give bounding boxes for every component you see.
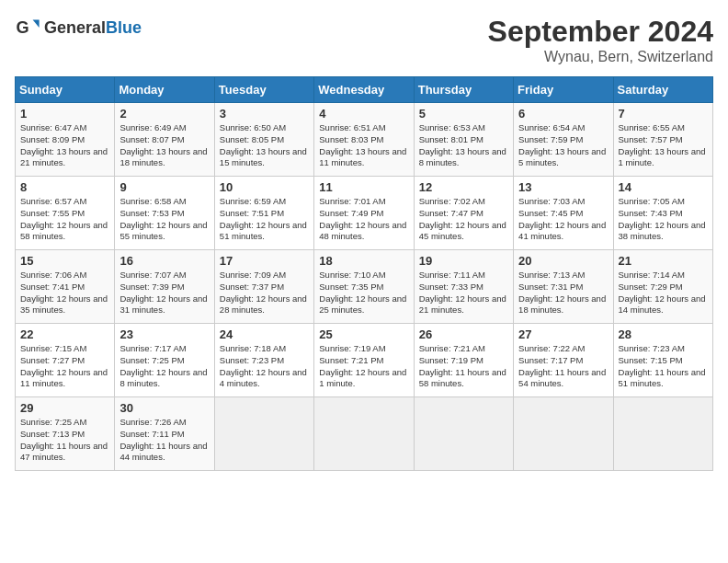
sunrise-text: Sunrise: 7:10 AM — [319, 270, 385, 280]
day-number: 28 — [619, 327, 708, 341]
daylight-text: Daylight: 11 hours and 44 minutes. — [119, 441, 207, 463]
sunset-text: Sunset: 7:25 PM — [119, 355, 184, 365]
day-number: 3 — [220, 107, 309, 121]
day-number: 19 — [419, 254, 508, 268]
sunrise-text: Sunrise: 7:19 AM — [319, 343, 385, 353]
day-info: Sunrise: 7:05 AM Sunset: 7:43 PM Dayligh… — [619, 196, 708, 243]
sunrise-text: Sunrise: 6:57 AM — [20, 196, 86, 206]
daylight-text: Daylight: 12 hours and 28 minutes. — [220, 293, 307, 316]
day-info: Sunrise: 6:58 AM Sunset: 7:53 PM Dayligh… — [119, 196, 209, 243]
daylight-text: Daylight: 12 hours and 58 minutes. — [20, 220, 108, 242]
sunset-text: Sunset: 7:45 PM — [518, 208, 583, 218]
sunset-text: Sunset: 7:37 PM — [220, 282, 284, 292]
daylight-text: Daylight: 12 hours and 48 minutes. — [319, 220, 406, 242]
daylight-text: Daylight: 11 hours and 47 minutes. — [20, 441, 108, 463]
daylight-text: Daylight: 12 hours and 51 minutes. — [220, 220, 307, 242]
logo-general-text: General — [44, 18, 106, 37]
day-number: 14 — [619, 180, 708, 194]
logo-blue-text: Blue — [106, 18, 142, 37]
calendar-cell: 17 Sunrise: 7:09 AM Sunset: 7:37 PM Dayl… — [214, 250, 313, 324]
day-number: 9 — [119, 180, 209, 194]
calendar-cell: 11 Sunrise: 7:01 AM Sunset: 7:49 PM Dayl… — [314, 177, 414, 250]
day-number: 20 — [518, 254, 608, 268]
daylight-text: Daylight: 13 hours and 5 minutes. — [518, 146, 606, 168]
calendar-cell: 6 Sunrise: 6:54 AM Sunset: 7:59 PM Dayli… — [514, 103, 613, 177]
calendar-cell — [514, 397, 613, 471]
sunrise-text: Sunrise: 7:11 AM — [419, 270, 485, 280]
col-header-sunday: Sunday — [16, 77, 115, 103]
day-info: Sunrise: 7:23 AM Sunset: 7:15 PM Dayligh… — [619, 343, 708, 390]
calendar-cell: 21 Sunrise: 7:14 AM Sunset: 7:29 PM Dayl… — [613, 250, 712, 324]
day-info: Sunrise: 6:49 AM Sunset: 8:07 PM Dayligh… — [119, 122, 209, 169]
sunrise-text: Sunrise: 6:50 AM — [220, 122, 286, 132]
day-number: 7 — [619, 107, 708, 121]
calendar-cell: 12 Sunrise: 7:02 AM Sunset: 7:47 PM Dayl… — [414, 177, 513, 250]
sunrise-text: Sunrise: 7:18 AM — [220, 343, 286, 353]
svg-marker-1 — [33, 20, 40, 28]
calendar-cell: 14 Sunrise: 7:05 AM Sunset: 7:43 PM Dayl… — [613, 177, 712, 250]
day-number: 4 — [319, 107, 408, 121]
sunset-text: Sunset: 7:15 PM — [619, 355, 683, 365]
svg-text:G: G — [16, 18, 28, 37]
daylight-text: Daylight: 12 hours and 21 minutes. — [419, 293, 506, 316]
day-number: 5 — [419, 107, 508, 121]
day-info: Sunrise: 6:51 AM Sunset: 8:03 PM Dayligh… — [319, 122, 408, 169]
sunset-text: Sunset: 8:07 PM — [119, 134, 184, 144]
day-info: Sunrise: 7:13 AM Sunset: 7:31 PM Dayligh… — [518, 270, 608, 316]
sunrise-text: Sunrise: 7:07 AM — [119, 270, 186, 280]
daylight-text: Daylight: 12 hours and 25 minutes. — [319, 293, 406, 316]
calendar-title-area: September 2024 Wynau, Bern, Switzerland — [488, 15, 713, 65]
sunset-text: Sunset: 7:11 PM — [119, 429, 184, 439]
calendar-cell: 1 Sunrise: 6:47 AM Sunset: 8:09 PM Dayli… — [16, 103, 115, 177]
day-info: Sunrise: 7:22 AM Sunset: 7:17 PM Dayligh… — [518, 343, 608, 390]
sunrise-text: Sunrise: 7:25 AM — [20, 417, 86, 427]
calendar-subtitle: Wynau, Bern, Switzerland — [488, 49, 713, 65]
day-info: Sunrise: 7:25 AM Sunset: 7:13 PM Dayligh… — [20, 417, 109, 464]
sunset-text: Sunset: 7:23 PM — [220, 355, 284, 365]
sunset-text: Sunset: 7:31 PM — [518, 282, 583, 292]
sunset-text: Sunset: 7:33 PM — [419, 282, 483, 292]
sunrise-text: Sunrise: 6:55 AM — [619, 122, 685, 132]
day-number: 17 — [220, 254, 309, 268]
sunrise-text: Sunrise: 6:49 AM — [119, 122, 186, 132]
daylight-text: Daylight: 12 hours and 8 minutes. — [119, 367, 207, 389]
sunrise-text: Sunrise: 6:53 AM — [419, 122, 485, 132]
calendar-cell: 3 Sunrise: 6:50 AM Sunset: 8:05 PM Dayli… — [214, 103, 313, 177]
calendar-cell — [414, 397, 513, 471]
daylight-text: Daylight: 12 hours and 45 minutes. — [419, 220, 506, 242]
day-info: Sunrise: 7:01 AM Sunset: 7:49 PM Dayligh… — [319, 196, 408, 243]
day-info: Sunrise: 7:14 AM Sunset: 7:29 PM Dayligh… — [619, 270, 708, 316]
sunrise-text: Sunrise: 7:15 AM — [20, 343, 86, 353]
day-info: Sunrise: 7:06 AM Sunset: 7:41 PM Dayligh… — [20, 270, 109, 316]
day-info: Sunrise: 7:02 AM Sunset: 7:47 PM Dayligh… — [419, 196, 508, 243]
calendar-cell: 8 Sunrise: 6:57 AM Sunset: 7:55 PM Dayli… — [16, 177, 115, 250]
page-header: G GeneralBlue September 2024 Wynau, Bern… — [15, 15, 713, 65]
calendar-cell: 5 Sunrise: 6:53 AM Sunset: 8:01 PM Dayli… — [414, 103, 513, 177]
day-number: 11 — [319, 180, 408, 194]
day-info: Sunrise: 7:10 AM Sunset: 7:35 PM Dayligh… — [319, 270, 408, 316]
daylight-text: Daylight: 12 hours and 31 minutes. — [119, 293, 207, 316]
day-info: Sunrise: 6:53 AM Sunset: 8:01 PM Dayligh… — [419, 122, 508, 169]
calendar-cell: 9 Sunrise: 6:58 AM Sunset: 7:53 PM Dayli… — [115, 177, 214, 250]
sunrise-text: Sunrise: 7:21 AM — [419, 343, 485, 353]
daylight-text: Daylight: 12 hours and 41 minutes. — [518, 220, 606, 242]
calendar-cell: 23 Sunrise: 7:17 AM Sunset: 7:25 PM Dayl… — [115, 324, 214, 397]
sunset-text: Sunset: 7:27 PM — [20, 355, 85, 365]
calendar-cell: 16 Sunrise: 7:07 AM Sunset: 7:39 PM Dayl… — [115, 250, 214, 324]
day-info: Sunrise: 7:07 AM Sunset: 7:39 PM Dayligh… — [119, 270, 209, 316]
general-blue-logo-icon: G — [15, 15, 40, 40]
calendar-cell: 2 Sunrise: 6:49 AM Sunset: 8:07 PM Dayli… — [115, 103, 214, 177]
daylight-text: Daylight: 11 hours and 58 minutes. — [419, 367, 506, 389]
day-number: 15 — [20, 254, 109, 268]
sunset-text: Sunset: 7:21 PM — [319, 355, 383, 365]
daylight-text: Daylight: 12 hours and 18 minutes. — [518, 293, 606, 316]
calendar-cell: 4 Sunrise: 6:51 AM Sunset: 8:03 PM Dayli… — [314, 103, 414, 177]
calendar-cell: 26 Sunrise: 7:21 AM Sunset: 7:19 PM Dayl… — [414, 324, 513, 397]
sunrise-text: Sunrise: 6:54 AM — [518, 122, 585, 132]
day-info: Sunrise: 6:47 AM Sunset: 8:09 PM Dayligh… — [20, 122, 109, 169]
sunrise-text: Sunrise: 7:09 AM — [220, 270, 286, 280]
daylight-text: Daylight: 12 hours and 35 minutes. — [20, 293, 108, 316]
day-number: 12 — [419, 180, 508, 194]
sunset-text: Sunset: 7:39 PM — [119, 282, 184, 292]
day-number: 30 — [119, 401, 209, 415]
